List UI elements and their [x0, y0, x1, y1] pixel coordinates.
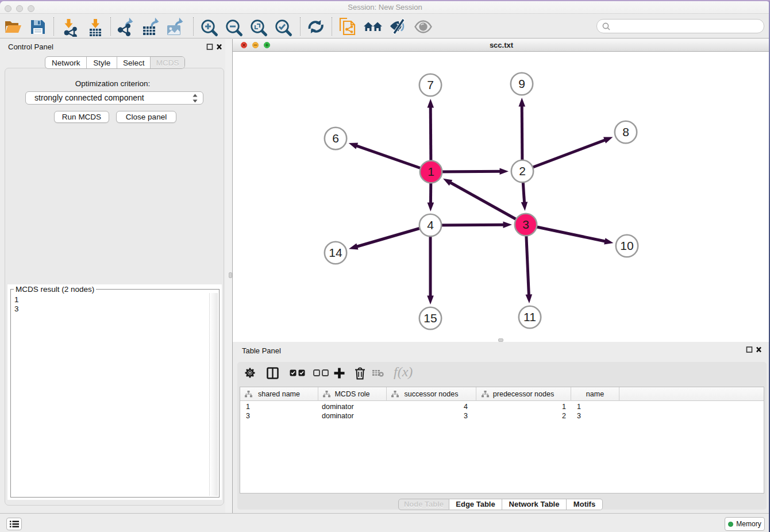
- svg-text:1: 1: [428, 165, 434, 178]
- svg-text:11: 11: [523, 310, 536, 323]
- svg-text:3: 3: [522, 218, 529, 231]
- svg-text:2: 2: [519, 164, 526, 178]
- svg-text:8: 8: [622, 125, 629, 138]
- svg-text:4: 4: [427, 218, 434, 232]
- svg-text:7: 7: [427, 78, 434, 91]
- svg-text:10: 10: [620, 239, 633, 252]
- svg-text:15: 15: [424, 311, 437, 325]
- svg-text:6: 6: [332, 132, 339, 145]
- svg-text:14: 14: [329, 246, 342, 259]
- svg-text:9: 9: [518, 77, 525, 90]
